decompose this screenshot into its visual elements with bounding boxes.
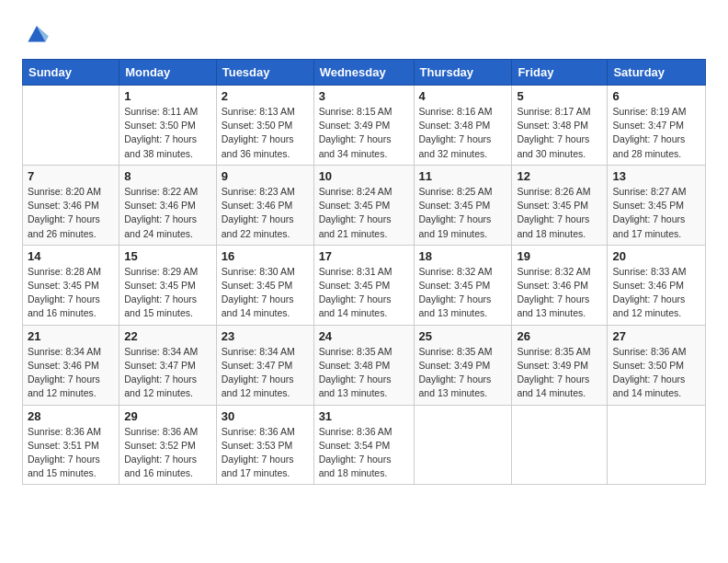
day-info: Sunrise: 8:36 AM Sunset: 3:51 PM Dayligh… xyxy=(28,425,114,481)
day-number: 4 xyxy=(419,89,507,103)
day-number: 7 xyxy=(28,169,114,183)
day-header-thursday: Thursday xyxy=(414,60,512,86)
day-number: 28 xyxy=(28,409,114,423)
day-number: 16 xyxy=(222,249,309,263)
day-info: Sunrise: 8:30 AM Sunset: 3:45 PM Dayligh… xyxy=(222,265,309,321)
day-info: Sunrise: 8:15 AM Sunset: 3:49 PM Dayligh… xyxy=(319,105,409,161)
calendar-cell xyxy=(414,405,512,485)
day-info: Sunrise: 8:25 AM Sunset: 3:45 PM Dayligh… xyxy=(419,185,507,241)
calendar-cell: 2Sunrise: 8:13 AM Sunset: 3:50 PM Daylig… xyxy=(216,86,313,166)
day-number: 24 xyxy=(319,329,409,343)
calendar-cell: 14Sunrise: 8:28 AM Sunset: 3:45 PM Dayli… xyxy=(23,245,119,325)
day-number: 9 xyxy=(222,169,309,183)
calendar-cell: 16Sunrise: 8:30 AM Sunset: 3:45 PM Dayli… xyxy=(216,245,313,325)
day-info: Sunrise: 8:33 AM Sunset: 3:46 PM Dayligh… xyxy=(612,265,700,321)
calendar-cell: 6Sunrise: 8:19 AM Sunset: 3:47 PM Daylig… xyxy=(608,86,706,166)
day-number: 12 xyxy=(517,169,602,183)
day-number: 11 xyxy=(419,169,507,183)
day-info: Sunrise: 8:29 AM Sunset: 3:45 PM Dayligh… xyxy=(124,265,211,321)
calendar-cell: 22Sunrise: 8:34 AM Sunset: 3:47 PM Dayli… xyxy=(119,325,217,405)
calendar-cell: 29Sunrise: 8:36 AM Sunset: 3:52 PM Dayli… xyxy=(119,405,217,485)
day-number: 26 xyxy=(517,329,602,343)
day-number: 21 xyxy=(28,329,114,343)
calendar-cell: 13Sunrise: 8:27 AM Sunset: 3:45 PM Dayli… xyxy=(608,165,706,245)
day-info: Sunrise: 8:32 AM Sunset: 3:46 PM Dayligh… xyxy=(517,265,602,321)
day-info: Sunrise: 8:34 AM Sunset: 3:46 PM Dayligh… xyxy=(28,345,114,401)
calendar-table: SundayMondayTuesdayWednesdayThursdayFrid… xyxy=(22,59,706,485)
calendar-cell: 19Sunrise: 8:32 AM Sunset: 3:46 PM Dayli… xyxy=(512,245,608,325)
day-number: 8 xyxy=(124,169,211,183)
day-info: Sunrise: 8:27 AM Sunset: 3:45 PM Dayligh… xyxy=(612,185,700,241)
day-info: Sunrise: 8:34 AM Sunset: 3:47 PM Dayligh… xyxy=(124,345,211,401)
day-header-friday: Friday xyxy=(512,60,608,86)
day-number: 25 xyxy=(419,329,507,343)
week-row-3: 14Sunrise: 8:28 AM Sunset: 3:45 PM Dayli… xyxy=(23,245,706,325)
day-number: 5 xyxy=(517,89,602,103)
calendar-cell: 20Sunrise: 8:33 AM Sunset: 3:46 PM Dayli… xyxy=(608,245,706,325)
day-header-tuesday: Tuesday xyxy=(216,60,313,86)
day-info: Sunrise: 8:19 AM Sunset: 3:47 PM Dayligh… xyxy=(612,105,700,161)
calendar-cell: 9Sunrise: 8:23 AM Sunset: 3:46 PM Daylig… xyxy=(216,165,313,245)
calendar-cell: 24Sunrise: 8:35 AM Sunset: 3:48 PM Dayli… xyxy=(313,325,414,405)
day-number: 17 xyxy=(319,249,409,263)
week-row-5: 28Sunrise: 8:36 AM Sunset: 3:51 PM Dayli… xyxy=(23,405,706,485)
calendar-cell: 18Sunrise: 8:32 AM Sunset: 3:45 PM Dayli… xyxy=(414,245,512,325)
day-number: 18 xyxy=(419,249,507,263)
calendar-cell xyxy=(512,405,608,485)
week-row-2: 7Sunrise: 8:20 AM Sunset: 3:46 PM Daylig… xyxy=(23,165,706,245)
day-info: Sunrise: 8:24 AM Sunset: 3:45 PM Dayligh… xyxy=(319,185,409,241)
page-header xyxy=(22,18,706,48)
day-header-saturday: Saturday xyxy=(608,60,706,86)
calendar-cell: 15Sunrise: 8:29 AM Sunset: 3:45 PM Dayli… xyxy=(119,245,217,325)
calendar-cell: 11Sunrise: 8:25 AM Sunset: 3:45 PM Dayli… xyxy=(414,165,512,245)
day-number: 22 xyxy=(124,329,211,343)
day-number: 23 xyxy=(222,329,309,343)
day-number: 19 xyxy=(517,249,602,263)
week-row-1: 1Sunrise: 8:11 AM Sunset: 3:50 PM Daylig… xyxy=(23,86,706,166)
day-number: 27 xyxy=(612,329,700,343)
calendar-cell: 8Sunrise: 8:22 AM Sunset: 3:46 PM Daylig… xyxy=(119,165,217,245)
calendar-cell xyxy=(23,86,119,166)
calendar-cell: 3Sunrise: 8:15 AM Sunset: 3:49 PM Daylig… xyxy=(313,86,414,166)
day-number: 15 xyxy=(124,249,211,263)
day-info: Sunrise: 8:35 AM Sunset: 3:49 PM Dayligh… xyxy=(419,345,507,401)
day-info: Sunrise: 8:36 AM Sunset: 3:52 PM Dayligh… xyxy=(124,425,211,481)
logo xyxy=(22,18,55,48)
day-number: 13 xyxy=(612,169,700,183)
calendar-cell: 25Sunrise: 8:35 AM Sunset: 3:49 PM Dayli… xyxy=(414,325,512,405)
day-number: 20 xyxy=(612,249,700,263)
day-info: Sunrise: 8:35 AM Sunset: 3:49 PM Dayligh… xyxy=(517,345,602,401)
day-info: Sunrise: 8:28 AM Sunset: 3:45 PM Dayligh… xyxy=(28,265,114,321)
calendar-cell: 17Sunrise: 8:31 AM Sunset: 3:45 PM Dayli… xyxy=(313,245,414,325)
calendar-cell: 30Sunrise: 8:36 AM Sunset: 3:53 PM Dayli… xyxy=(216,405,313,485)
calendar-cell: 4Sunrise: 8:16 AM Sunset: 3:48 PM Daylig… xyxy=(414,86,512,166)
day-number: 29 xyxy=(124,409,211,423)
day-info: Sunrise: 8:26 AM Sunset: 3:45 PM Dayligh… xyxy=(517,185,602,241)
calendar-cell: 1Sunrise: 8:11 AM Sunset: 3:50 PM Daylig… xyxy=(119,86,217,166)
day-info: Sunrise: 8:16 AM Sunset: 3:48 PM Dayligh… xyxy=(419,105,507,161)
calendar-cell: 12Sunrise: 8:26 AM Sunset: 3:45 PM Dayli… xyxy=(512,165,608,245)
day-info: Sunrise: 8:11 AM Sunset: 3:50 PM Dayligh… xyxy=(124,105,211,161)
day-number: 31 xyxy=(319,409,409,423)
calendar-cell: 28Sunrise: 8:36 AM Sunset: 3:51 PM Dayli… xyxy=(23,405,119,485)
day-info: Sunrise: 8:34 AM Sunset: 3:47 PM Dayligh… xyxy=(222,345,309,401)
day-number: 2 xyxy=(222,89,309,103)
logo-icon xyxy=(22,18,51,48)
day-header-monday: Monday xyxy=(119,60,217,86)
calendar-cell xyxy=(608,405,706,485)
day-info: Sunrise: 8:32 AM Sunset: 3:45 PM Dayligh… xyxy=(419,265,507,321)
calendar-cell: 21Sunrise: 8:34 AM Sunset: 3:46 PM Dayli… xyxy=(23,325,119,405)
calendar-cell: 23Sunrise: 8:34 AM Sunset: 3:47 PM Dayli… xyxy=(216,325,313,405)
day-info: Sunrise: 8:20 AM Sunset: 3:46 PM Dayligh… xyxy=(28,185,114,241)
calendar-cell: 27Sunrise: 8:36 AM Sunset: 3:50 PM Dayli… xyxy=(608,325,706,405)
day-number: 14 xyxy=(28,249,114,263)
week-row-4: 21Sunrise: 8:34 AM Sunset: 3:46 PM Dayli… xyxy=(23,325,706,405)
day-number: 10 xyxy=(319,169,409,183)
calendar-cell: 5Sunrise: 8:17 AM Sunset: 3:48 PM Daylig… xyxy=(512,86,608,166)
day-info: Sunrise: 8:22 AM Sunset: 3:46 PM Dayligh… xyxy=(124,185,211,241)
day-number: 1 xyxy=(124,89,211,103)
day-header-wednesday: Wednesday xyxy=(313,60,414,86)
day-info: Sunrise: 8:36 AM Sunset: 3:54 PM Dayligh… xyxy=(319,425,409,481)
day-info: Sunrise: 8:36 AM Sunset: 3:53 PM Dayligh… xyxy=(222,425,309,481)
day-number: 3 xyxy=(319,89,409,103)
